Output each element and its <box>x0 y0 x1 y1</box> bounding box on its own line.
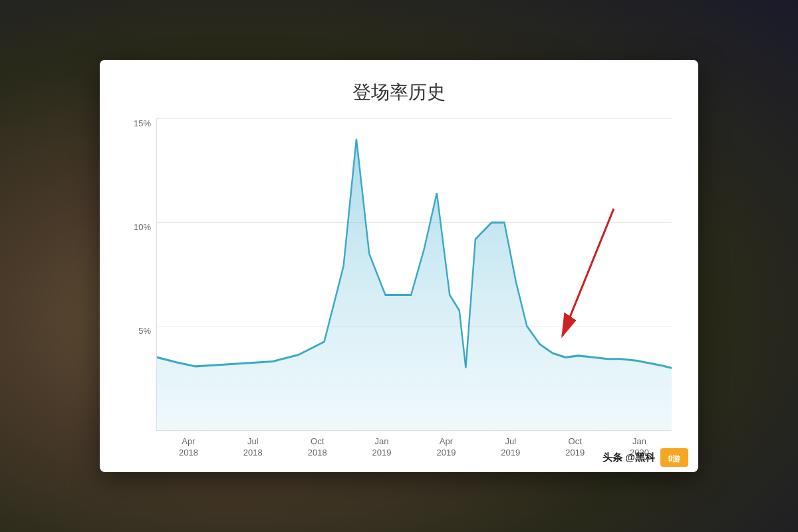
chart-area: 15% 10% 5% <box>126 118 672 459</box>
svg-text:9游: 9游 <box>668 454 682 464</box>
x-label-jan2019: Jan2019 <box>350 436 414 459</box>
x-label-apr2019: Apr2019 <box>414 436 479 459</box>
jiuyou-logo: 9游 <box>660 448 688 467</box>
x-label-jul2018: Jul2018 <box>221 436 285 459</box>
chart-svg <box>157 118 672 430</box>
chart-plot <box>156 118 672 431</box>
watermark-text: 头条 @黑科 <box>602 452 655 464</box>
x-label-oct2018: Oct2018 <box>285 436 350 459</box>
bottom-bar: 头条 @黑科 9游 <box>593 443 698 472</box>
y-label-15: 15% <box>134 118 151 128</box>
chart-title: 登场率历史 <box>126 80 672 105</box>
x-label-apr2018: Apr2018 <box>156 436 221 459</box>
x-label-jul2019: Jul2019 <box>478 436 543 459</box>
chart-card: 登场率历史 15% 10% 5% <box>100 60 698 472</box>
y-label-5: 5% <box>138 326 151 336</box>
y-axis: 15% 10% 5% <box>126 118 156 431</box>
red-arrow <box>563 209 614 336</box>
chart-inner: 15% 10% 5% <box>126 118 672 431</box>
y-label-10: 10% <box>134 222 151 232</box>
